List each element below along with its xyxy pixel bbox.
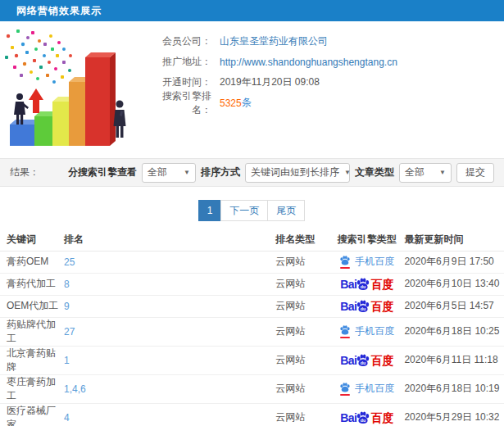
baidu-paw-icon: du <box>356 299 370 314</box>
engine-cell: Bai du 百度 <box>329 346 404 374</box>
rank-cell: 4 <box>64 403 275 426</box>
info-row-rank-count: 搜索引擎排名： 5325条 <box>156 93 504 113</box>
sort-filter-select[interactable]: 关键词由短到长排序 ▼ <box>245 163 350 183</box>
updated-cell: 2020年6月10日 13:40 <box>404 273 504 295</box>
updated-cell: 2020年5月29日 10:32 <box>404 403 504 426</box>
rank-type-cell: 云网站 <box>275 374 329 403</box>
header-updated: 最新更新时间 <box>404 229 504 251</box>
promo-url-label: 推广地址： <box>156 55 211 69</box>
page-title: 网络营销效果展示 <box>16 4 102 18</box>
info-row-company: 会员公司： 山东皇圣堂药业有限公司 <box>156 31 504 52</box>
engine-cell: 手机百度 <box>329 317 404 346</box>
sort-filter-label: 排序方式 <box>201 165 240 179</box>
engine-cell: Bai du 百度 <box>329 403 404 426</box>
table-row: 北京膏药贴牌 1 云网站 Bai du <box>0 346 504 374</box>
rank-type-cell: 云网站 <box>275 251 329 273</box>
baidu-logo-bai: Bai <box>340 412 356 424</box>
table-row: 医疗器械厂家 4 云网站 Bai du <box>0 403 504 426</box>
baidu-logo: Bai du 百度 <box>340 277 393 290</box>
chevron-down-icon: ▼ <box>434 169 446 176</box>
engine-cell: 手机百度 <box>329 251 404 273</box>
company-link[interactable]: 山东皇圣堂药业有限公司 <box>220 34 328 48</box>
rank-cell: 9 <box>64 295 275 317</box>
baidu-paw-icon: du <box>356 277 370 292</box>
article-type-value: 全部 <box>405 165 425 179</box>
rank-cell: 1 <box>64 346 275 374</box>
pagination: 1 下一页 尾页 <box>0 200 504 221</box>
svg-text:du: du <box>361 360 366 365</box>
keyword-cell: 药贴牌代加工 <box>0 317 64 346</box>
baidu-logo-cn: 百度 <box>370 412 393 424</box>
keyword-cell: 膏药代加工 <box>0 273 64 295</box>
baidu-logo-bai: Bai <box>340 279 356 290</box>
rank-type-cell: 云网站 <box>275 317 329 346</box>
rank-type-cell: 云网站 <box>275 403 329 426</box>
updated-cell: 2020年6月5日 14:57 <box>404 295 504 317</box>
keyword-cell: 医疗器械厂家 <box>0 403 64 426</box>
baidu-logo-bai: Bai <box>340 301 356 312</box>
baidu-paw-icon: du <box>356 353 370 368</box>
updated-cell: 2020年6月18日 10:19 <box>404 374 504 403</box>
baidu-logo: Bai du 百度 <box>340 299 393 312</box>
updated-cell: 2020年6月11日 11:18 <box>404 346 504 374</box>
baidu-logo-cn: 百度 <box>370 355 393 366</box>
bars <box>10 52 116 146</box>
promo-url-link[interactable]: http://www.shandonghuangshengtang.cn <box>220 57 397 68</box>
keyword-cell: 枣庄膏药加工 <box>0 374 64 403</box>
chevron-down-icon: ▼ <box>179 169 190 176</box>
next-page-button[interactable]: 下一页 <box>220 200 268 221</box>
company-label: 会员公司： <box>156 34 211 48</box>
rank-link[interactable]: 8 <box>64 279 70 290</box>
rank-link[interactable]: 25 <box>64 256 75 268</box>
rank-cell: 8 <box>64 273 275 295</box>
bar-chart-illustration-image <box>0 25 156 157</box>
engine-cell: Bai du 百度 <box>329 273 404 295</box>
member-info-panel: 会员公司： 山东皇圣堂药业有限公司 推广地址： http://www.shand… <box>156 21 504 158</box>
rank-link[interactable]: 1,4,6 <box>64 383 86 395</box>
rank-link[interactable]: 9 <box>64 301 70 312</box>
mobile-baidu-label: 手机百度 <box>355 324 394 338</box>
last-page-button[interactable]: 尾页 <box>267 200 305 221</box>
rank-link[interactable]: 1 <box>64 355 70 366</box>
open-time-label: 开通时间： <box>156 75 211 89</box>
up-arrow-icon <box>29 88 43 113</box>
page-button-current[interactable]: 1 <box>198 200 222 221</box>
engine-filter-select[interactable]: 全部 ▼ <box>142 163 196 183</box>
title-bar: 网络营销效果展示 <box>0 0 504 21</box>
rank-link[interactable]: 4 <box>64 412 70 424</box>
baidu-logo-cn: 百度 <box>370 301 393 312</box>
article-type-select[interactable]: 全部 ▼ <box>399 163 452 183</box>
baidu-paw-icon <box>339 255 351 266</box>
updated-cell: 2020年6月18日 10:25 <box>404 317 504 346</box>
header-keyword: 关键词 <box>0 229 64 251</box>
info-section: 会员公司： 山东皇圣堂药业有限公司 推广地址： http://www.shand… <box>0 21 504 158</box>
keyword-cell: OEM代加工 <box>0 295 64 317</box>
keyword-cell: 北京膏药贴牌 <box>0 346 64 374</box>
page: 网络营销效果展示 <box>0 0 504 426</box>
header-rank: 排名 <box>64 229 275 251</box>
svg-text:du: du <box>361 284 366 289</box>
result-label: 结果： <box>10 165 39 179</box>
rank-count-label: 搜索引擎排名： <box>156 89 211 117</box>
mobile-baidu-logo: 手机百度 <box>339 382 394 396</box>
submit-button[interactable]: 提交 <box>456 163 494 183</box>
table-row: 膏药代加工 8 云网站 Bai du <box>0 273 504 295</box>
sort-filter-value: 关键词由短到长排序 <box>251 165 339 179</box>
baidu-logo-bai: Bai <box>340 355 356 366</box>
svg-text:du: du <box>361 306 366 311</box>
rank-cell: 27 <box>64 317 275 346</box>
header-engine-type: 搜索引擎类型 <box>329 229 404 251</box>
rank-type-cell: 云网站 <box>275 273 329 295</box>
engine-filter-label: 分搜索引擎查看 <box>68 165 137 179</box>
red-underline <box>340 394 350 396</box>
chevron-down-icon: ▼ <box>339 169 351 176</box>
mobile-baidu-label: 手机百度 <box>355 255 394 269</box>
open-time-value: 2019年11月20日 09:08 <box>220 75 320 89</box>
engine-filter-value: 全部 <box>148 165 167 179</box>
results-table-header: 关键词 排名 排名类型 搜索引擎类型 最新更新时间 <box>0 229 504 251</box>
rank-link[interactable]: 27 <box>64 326 75 338</box>
rank-type-cell: 云网站 <box>275 346 329 374</box>
results-table-body: 膏药OEM 25 云网站 手机百度 <box>0 251 504 426</box>
mobile-baidu-logo: 手机百度 <box>339 255 394 269</box>
article-type-label: 文章类型 <box>355 165 394 179</box>
